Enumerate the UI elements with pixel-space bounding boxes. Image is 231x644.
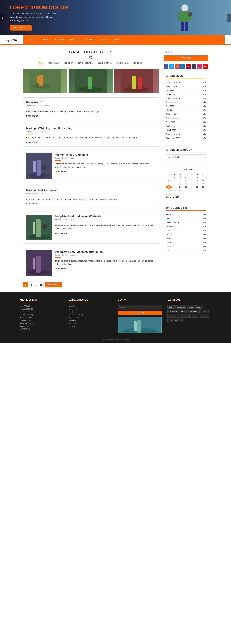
footer-tag[interactable]: featured image: [168, 318, 182, 322]
archive-item[interactable]: December 2018(4): [166, 132, 206, 136]
read-more-5[interactable]: Read More: [55, 232, 156, 234]
hero-read-more-button[interactable]: Read More: [10, 25, 32, 30]
read-more-4[interactable]: Read More: [26, 203, 156, 205]
hero-next-arrow[interactable]: ❯: [226, 14, 231, 22]
tab-regbee[interactable]: REGBEE: [134, 61, 142, 66]
archive-item[interactable]: December 2019(2): [166, 96, 206, 100]
social-facebook[interactable]: f: [164, 64, 168, 69]
archive-item[interactable]: September 2018(2): [166, 136, 206, 140]
calendar-day[interactable]: 3: [177, 176, 183, 179]
social-pinterest[interactable]: p: [186, 64, 191, 69]
tab-hockey[interactable]: HOCKEY: [64, 61, 74, 66]
archive-item[interactable]: October 2019(4): [166, 100, 206, 104]
tab-football[interactable]: FOOTBALL: [48, 61, 60, 66]
category-item[interactable]: Cat B(4): [166, 244, 206, 248]
footer-tag[interactable]: dowork: [168, 314, 176, 318]
calendar-day[interactable]: 6: [194, 176, 200, 179]
footer-archive-item[interactable]: March 2011 (1): [20, 316, 64, 319]
footer-tag[interactable]: embeds: [190, 314, 199, 318]
footer-tag[interactable]: content: [199, 310, 208, 313]
footer-tag[interactable]: edge case: [177, 314, 189, 318]
category-item[interactable]: Sub(1): [166, 216, 206, 220]
calendar-day[interactable]: 5: [189, 176, 194, 179]
calendar-day[interactable]: 26: [189, 186, 194, 188]
social-google-plus[interactable]: G+: [175, 64, 180, 69]
hero-prev-arrow[interactable]: ❮: [0, 14, 4, 22]
nav-pages[interactable]: PAGES: [39, 35, 52, 44]
footer-category-item[interactable]: antiquarianism (1): [69, 313, 113, 316]
page-1[interactable]: 1: [23, 282, 28, 288]
footer-tag[interactable]: categories: [168, 310, 179, 313]
calendar-day[interactable]: 31: [177, 188, 183, 192]
footer-tag[interactable]: chat: [180, 310, 186, 313]
social-linkedin[interactable]: in: [180, 64, 185, 69]
category-item[interactable]: Aciform(1): [166, 212, 206, 216]
nav-results[interactable]: RESULTS: [83, 35, 99, 44]
calendar-day[interactable]: 12: [189, 179, 194, 182]
footer-category-item[interactable]: aciform (1): [69, 308, 113, 310]
footer-category-item[interactable]: asmodeus (1): [69, 316, 113, 319]
tab-all[interactable]: ALL: [39, 61, 43, 66]
archive-item[interactable]: May 2020(5): [166, 88, 206, 92]
calendar-day[interactable]: 10: [177, 179, 183, 182]
read-more-3[interactable]: Read More: [55, 171, 156, 173]
footer-archive-item[interactable]: January 2013 (5): [20, 308, 64, 310]
tab-volleyball[interactable]: VOLLEYBALL: [98, 61, 112, 66]
calendar-day[interactable]: 4: [183, 176, 189, 179]
archive-item[interactable]: March 2019(5): [166, 128, 206, 132]
footer-category-item[interactable]: sub (1): [69, 310, 113, 313]
archive-item[interactable]: November 2020(2): [166, 80, 206, 84]
read-more-2[interactable]: Read More: [26, 141, 156, 143]
nav-shop[interactable]: SHOP: [99, 35, 110, 44]
social-youtube[interactable]: ▶: [203, 64, 208, 69]
footer-archive-item[interactable]: October 2010 (1): [20, 319, 64, 322]
calendar-day[interactable]: 1: [166, 176, 172, 179]
read-more-1[interactable]: Read More: [26, 115, 156, 117]
category-item[interactable]: Cat A(3): [166, 240, 206, 244]
archive-item[interactable]: July 2019(1): [166, 104, 206, 108]
read-more-6[interactable]: Read More: [55, 268, 156, 270]
calendar-day[interactable]: 17: [177, 182, 183, 186]
social-twitter[interactable]: t: [169, 64, 174, 69]
archive-item[interactable]: May 2019(3): [166, 108, 206, 112]
footer-archive-item[interactable]: January 2012 (6): [20, 313, 64, 316]
footer-tag[interactable]: aside: [187, 305, 195, 309]
category-item[interactable]: Antiquarianism(5): [166, 220, 206, 224]
archive-item[interactable]: April 2019(1): [166, 124, 206, 128]
page-next-button[interactable]: Next Page: [45, 282, 62, 287]
calendar-day[interactable]: 15: [166, 182, 172, 186]
calendar-day[interactable]: 18: [183, 182, 189, 186]
sidebar-search-input[interactable]: [164, 50, 208, 55]
footer-archive-item[interactable]: August 2010 (3): [20, 325, 64, 328]
calendar-day[interactable]: 9: [172, 179, 177, 182]
category-item[interactable]: Buying(1): [166, 236, 206, 240]
calendar-day[interactable]: 25: [183, 186, 189, 188]
archive-item[interactable]: March 2020(6): [166, 92, 206, 96]
footer-tag[interactable]: alignment: [175, 305, 186, 309]
archive-item[interactable]: August 2020(3): [166, 84, 206, 88]
category-item[interactable]: Arrangement(6): [166, 224, 206, 228]
calendar-prev-link[interactable]: « Sep: [166, 193, 171, 195]
archive-item[interactable]: October 2019(2): [166, 116, 206, 120]
calendar-day[interactable]: 21: [200, 182, 206, 186]
nav-matches[interactable]: MATCHES: [67, 35, 83, 44]
footer-tag[interactable]: 8BIT: [168, 305, 174, 309]
nav-home[interactable]: HOME: [27, 35, 39, 44]
footer-category-item[interactable]: aaaa (4): [69, 305, 113, 308]
calendar-day[interactable]: 20: [194, 182, 200, 186]
calendar-day[interactable]: 13: [194, 179, 200, 182]
calendar-day[interactable]: 30: [172, 188, 177, 192]
calendar-day[interactable]: 14: [200, 179, 206, 182]
archive-item[interactable]: February 2019(4): [166, 112, 206, 116]
sidebar-search-button[interactable]: Search: [164, 56, 208, 61]
calendar-day[interactable]: 16: [172, 182, 177, 186]
footer-category-item[interactable]: buying (3): [69, 322, 113, 325]
footer-search-input[interactable]: [118, 305, 162, 310]
footer-category-item[interactable]: Cat A (1): [69, 325, 113, 328]
footer-search-button[interactable]: Search: [118, 310, 162, 315]
calendar-day[interactable]: 19: [189, 182, 194, 186]
calendar-day[interactable]: 8: [166, 179, 172, 182]
calendar-day[interactable]: 11: [183, 179, 189, 182]
footer-category-item[interactable]: border (2): [69, 319, 113, 322]
archives-dropdown-select[interactable]: Select Month: [166, 154, 206, 160]
